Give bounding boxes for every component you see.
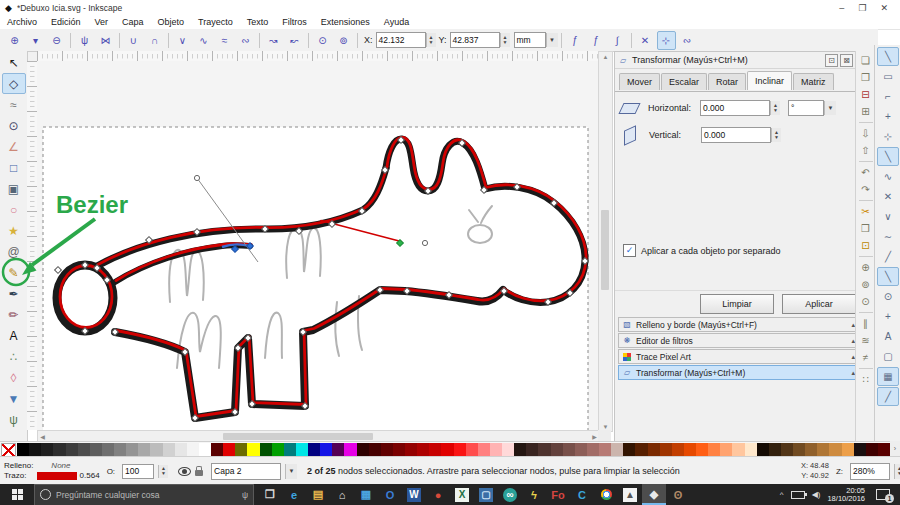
tool-connector[interactable]: ψ xyxy=(2,409,26,430)
menu-ayuda[interactable]: Ayuda xyxy=(377,15,416,29)
photos-icon[interactable]: ▲ xyxy=(623,488,637,502)
edit-clip-icon[interactable]: ƒ xyxy=(566,31,585,50)
palette-swatch[interactable] xyxy=(381,443,393,456)
tool-ellipse[interactable]: ○ xyxy=(2,199,26,220)
palette-swatch[interactable] xyxy=(454,443,466,456)
layer-lock-icon[interactable] xyxy=(195,470,203,476)
dock-button[interactable]: ⊡ xyxy=(825,54,838,67)
canvas[interactable] xyxy=(37,61,598,430)
palette-swatch[interactable] xyxy=(769,443,781,456)
layer-visibility-icon[interactable] xyxy=(178,467,191,476)
auto-node-icon[interactable]: ∾ xyxy=(236,31,255,50)
undo-icon[interactable]: ↶ xyxy=(858,164,874,180)
tool-spray[interactable]: ∴ xyxy=(2,346,26,367)
object-to-path-icon[interactable]: ⊙ xyxy=(313,31,332,50)
sticky-app-icon[interactable]: ϟ xyxy=(522,484,546,505)
menu-edicion[interactable]: Edición xyxy=(44,15,88,29)
y-coord-spinner[interactable]: ▲▼ xyxy=(500,33,510,47)
palette-swatch[interactable] xyxy=(502,443,514,456)
word-icon[interactable]: W xyxy=(407,488,421,502)
join-nodes-icon[interactable]: ⋈ xyxy=(96,31,115,50)
start-button[interactable] xyxy=(0,484,34,505)
show-bezier-handles-icon[interactable]: ⊹ xyxy=(657,31,676,50)
palette-swatch[interactable] xyxy=(308,443,320,456)
open-document-icon[interactable]: ❐ xyxy=(858,69,874,85)
menu-ver[interactable]: Ver xyxy=(88,15,116,29)
palette-swatch[interactable] xyxy=(53,443,65,456)
palette-swatch[interactable] xyxy=(344,443,356,456)
palette-swatch[interactable] xyxy=(829,443,841,456)
insert-node-icon[interactable]: ⊕ xyxy=(5,31,24,50)
snap-bbox-corners-icon[interactable]: + xyxy=(877,107,899,126)
microphone-icon[interactable]: ψ xyxy=(242,490,248,500)
insert-node-menu-icon[interactable]: ▾ xyxy=(26,31,45,50)
tab-rotar[interactable]: Rotar xyxy=(708,73,746,90)
import-icon[interactable]: ⇩ xyxy=(858,125,874,141)
palette-swatch[interactable] xyxy=(623,443,635,456)
palette-scroll-arrow[interactable]: › xyxy=(890,441,900,456)
unit-dropdown[interactable]: ° xyxy=(788,100,824,116)
palette-swatch[interactable] xyxy=(429,443,441,456)
snap-intersections-icon[interactable]: ✕ xyxy=(877,187,899,206)
horizontal-spinner[interactable]: ▲▼ xyxy=(770,101,780,115)
show-outline-icon[interactable]: ∫ xyxy=(608,31,627,50)
apply-button[interactable]: Aplicar xyxy=(782,294,856,314)
battery-icon[interactable] xyxy=(791,491,805,499)
palette-swatch[interactable] xyxy=(466,443,478,456)
x-coord-spinner[interactable]: ▲▼ xyxy=(426,33,436,47)
snap-midpoints-icon[interactable]: ╱ xyxy=(877,247,899,266)
palette-swatch[interactable] xyxy=(247,443,259,456)
print-icon[interactable]: ⊞ xyxy=(858,103,874,119)
palette-swatch[interactable] xyxy=(235,443,247,456)
tool-tweak[interactable]: ≈ xyxy=(2,94,26,115)
tab-inclinar[interactable]: Inclinar xyxy=(747,71,792,90)
tab-mover[interactable]: Mover xyxy=(619,73,660,90)
palette-swatch[interactable] xyxy=(660,443,672,456)
maximize-button[interactable]: ❐ xyxy=(858,3,866,13)
excel-icon[interactable]: X xyxy=(455,488,469,502)
tool-3dbox[interactable]: ▣ xyxy=(2,178,26,199)
zoom-input[interactable]: 280% xyxy=(850,463,890,480)
opacity-spinner[interactable]: ▲▼ xyxy=(158,465,168,478)
camstudio-icon[interactable]: ∞ xyxy=(503,488,517,502)
palette-swatch[interactable] xyxy=(635,443,647,456)
file-explorer-icon[interactable]: ▤ xyxy=(306,484,330,505)
symmetric-node-icon[interactable]: ≈ xyxy=(215,31,234,50)
palette-swatch[interactable] xyxy=(538,443,550,456)
palette-swatch[interactable] xyxy=(478,443,490,456)
outlook-icon[interactable]: O xyxy=(378,484,402,505)
palette-swatch[interactable] xyxy=(126,443,138,456)
palette-swatch[interactable] xyxy=(854,443,866,456)
cut-icon[interactable]: ✂ xyxy=(858,203,874,219)
vertical-input[interactable]: 0.000 xyxy=(701,127,771,143)
zoom-drawing-icon[interactable]: ⊚ xyxy=(858,276,874,292)
palette-swatch[interactable] xyxy=(369,443,381,456)
tab-matriz[interactable]: Matriz xyxy=(793,73,834,90)
tray-chevron-icon[interactable]: ^ xyxy=(780,490,784,499)
action-center-icon[interactable]: 1 xyxy=(876,489,890,500)
palette-swatch[interactable] xyxy=(793,443,805,456)
panel-transform[interactable]: ▱ Transformar (Mayús+Ctrl+M) ▴ xyxy=(618,365,859,380)
clear-button[interactable]: Limpiar xyxy=(700,294,774,314)
menu-objeto[interactable]: Objeto xyxy=(151,15,192,29)
clone-icon[interactable]: ≋ xyxy=(858,332,874,348)
line-to-curve-icon[interactable]: ↝ xyxy=(264,31,283,50)
save-document-icon[interactable]: ⊟ xyxy=(858,86,874,102)
palette-swatch[interactable] xyxy=(842,443,854,456)
paste-icon[interactable]: ⊡ xyxy=(858,237,874,253)
palette-swatch[interactable] xyxy=(320,443,332,456)
snap-nodes-icon[interactable]: ╲ xyxy=(877,147,899,166)
panel-close-button[interactable]: ⊠ xyxy=(840,54,853,67)
palette-swatch[interactable] xyxy=(260,443,272,456)
delete-segment-icon[interactable]: ∩ xyxy=(145,31,164,50)
palette-swatch[interactable] xyxy=(66,443,78,456)
snap-bbox-edges-icon[interactable]: ⌐ xyxy=(877,87,899,106)
delete-node-icon[interactable]: ⊖ xyxy=(47,31,66,50)
palette-swatch[interactable] xyxy=(817,443,829,456)
palette-swatch[interactable] xyxy=(514,443,526,456)
menu-capa[interactable]: Capa xyxy=(115,15,151,29)
unlink-clone-icon[interactable]: ≠ xyxy=(858,349,874,365)
tool-text[interactable]: A xyxy=(2,325,26,346)
edit-mask-icon[interactable]: ƒ xyxy=(587,31,606,50)
panel-filter-editor[interactable]: ❋ Editor de filtros ▴ xyxy=(618,333,859,348)
